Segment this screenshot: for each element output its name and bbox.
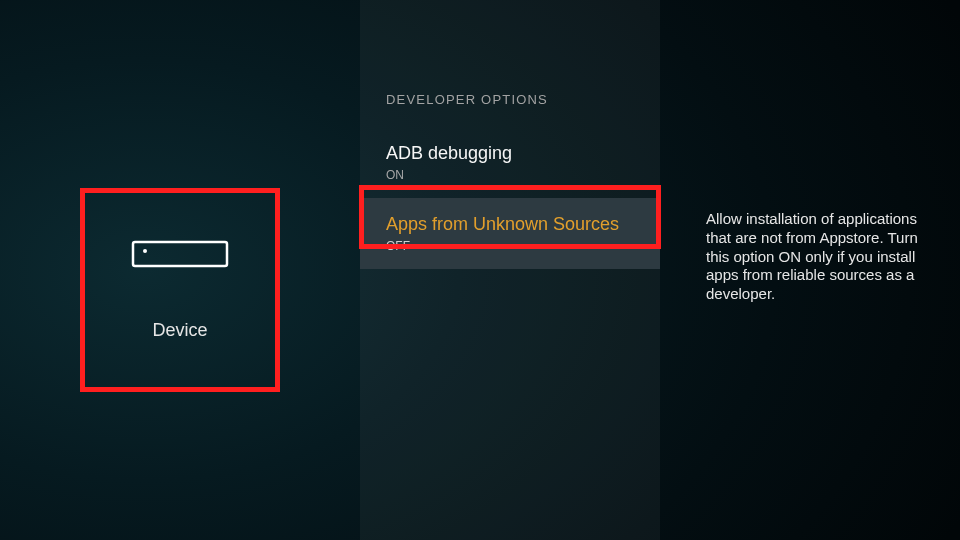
device-category-tile[interactable]: Device <box>80 188 280 392</box>
svg-point-1 <box>143 249 147 253</box>
option-value: OFF <box>386 239 634 253</box>
option-label: ADB debugging <box>386 143 634 164</box>
device-category-label: Device <box>152 320 207 341</box>
description-panel: Allow installation of applications that … <box>660 0 960 540</box>
options-column: DEVELOPER OPTIONS ADB debugging ON Apps … <box>360 0 660 540</box>
settings-developer-options-screen: Device DEVELOPER OPTIONS ADB debugging O… <box>0 0 960 540</box>
left-panel: Device <box>0 0 360 540</box>
device-set-top-box-icon <box>131 240 229 268</box>
option-adb-debugging[interactable]: ADB debugging ON <box>360 127 660 198</box>
option-label: Apps from Unknown Sources <box>386 214 634 235</box>
option-value: ON <box>386 168 634 182</box>
option-description: Allow installation of applications that … <box>706 210 924 304</box>
svg-rect-0 <box>133 242 227 266</box>
section-header: DEVELOPER OPTIONS <box>360 92 660 127</box>
option-apps-unknown-sources[interactable]: Apps from Unknown Sources OFF <box>360 198 660 269</box>
